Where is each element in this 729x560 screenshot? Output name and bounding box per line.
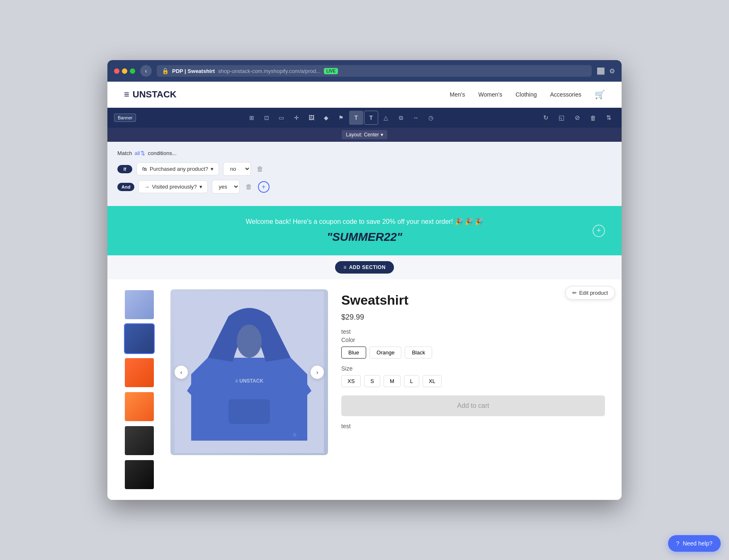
close-button[interactable]: [114, 68, 119, 74]
variant-label: test: [341, 328, 605, 335]
product-price: $29.99: [341, 313, 605, 322]
carousel-prev-btn[interactable]: ‹: [175, 366, 188, 379]
nav-accessories[interactable]: Accessories: [550, 91, 581, 98]
plus-icon: ≡: [343, 264, 347, 270]
size-s-btn[interactable]: S: [364, 375, 380, 387]
if-badge: If: [117, 165, 132, 173]
browser-chrome: ‹ 🔒 PDP | Sweatshirt shop-unstack-com.my…: [107, 60, 622, 82]
match-label: Match: [117, 150, 132, 156]
arrow-icon: →: [144, 184, 149, 190]
reorder-btn[interactable]: ⇅: [603, 112, 615, 124]
condition-field-1[interactable]: 🛍 Purchased any product? ▾: [136, 162, 219, 175]
product-page: ✏ Edit product: [107, 279, 622, 500]
conditions-match: Match all ⇅ conditions...: [117, 150, 612, 156]
add-condition-btn[interactable]: +: [258, 181, 270, 193]
product-main-image: ≡ UNSTACK © ‹ ›: [170, 289, 328, 455]
traffic-lights: [114, 68, 135, 74]
copy-btn[interactable]: ⧉: [394, 111, 408, 125]
condition-operator-1[interactable]: no yes: [223, 162, 251, 176]
pencil-icon: ✏: [572, 290, 577, 296]
paint-btn[interactable]: ◆: [319, 111, 333, 125]
add-section-btn[interactable]: ≡ ADD SECTION: [335, 261, 394, 274]
condition-operator-2[interactable]: yes no: [212, 180, 240, 194]
thumbnail-6[interactable]: [124, 459, 155, 490]
minimize-button[interactable]: [122, 68, 127, 74]
edit-product-label: Edit product: [579, 290, 608, 296]
layout-value: Center: [364, 132, 379, 138]
condition-field-2[interactable]: → Visited previously? ▾: [139, 180, 207, 193]
size-m-btn[interactable]: M: [384, 375, 401, 387]
bag-icon: 🛍: [142, 166, 147, 172]
thumbnail-2[interactable]: [124, 323, 155, 354]
color-blue-btn[interactable]: Blue: [341, 347, 366, 359]
url-bar: 🔒 PDP | Sweatshirt shop-unstack-com.mysh…: [157, 65, 592, 77]
toolbar-group: ⊞ ⊡ ▭ ✛ 🖼 ◆ ⚑ T T △ ⧉ ↔ ◷: [143, 111, 539, 125]
match-value: all: [134, 150, 140, 156]
carousel-next-btn[interactable]: ›: [311, 366, 324, 379]
match-all-link[interactable]: all ⇅: [134, 150, 145, 156]
page-title: PDP | Sweatshirt: [172, 68, 215, 74]
svg-point-1: [237, 325, 262, 358]
thumbnail-3[interactable]: [124, 357, 155, 388]
thumbnail-4[interactable]: [124, 391, 155, 422]
color-black-btn[interactable]: Black: [405, 347, 432, 359]
fullscreen-button[interactable]: [130, 68, 135, 74]
condition-row-1: If 🛍 Purchased any product? ▾ no yes 🗑: [117, 162, 612, 176]
condition-field-label-2: Visited previously?: [152, 184, 197, 190]
chevron-down-icon-1: ▾: [211, 166, 214, 172]
nav-womens[interactable]: Women's: [479, 91, 503, 98]
delete-btn[interactable]: 🗑: [587, 112, 599, 124]
settings-icon[interactable]: ⚙: [609, 67, 615, 75]
window-icon[interactable]: ⬜: [597, 67, 605, 75]
url-path: shop-unstack-com.myshopify.com/a/prod...: [218, 68, 321, 74]
flag-btn[interactable]: ⚑: [334, 111, 348, 125]
color-orange-btn[interactable]: Orange: [369, 347, 401, 359]
hide-btn[interactable]: ⊘: [571, 112, 583, 124]
text-bold-btn[interactable]: T: [364, 111, 378, 125]
thumbnail-5[interactable]: [124, 425, 155, 456]
view-btn[interactable]: ◱: [555, 112, 568, 124]
add-section-label: ADD SECTION: [349, 264, 386, 270]
triangle-btn[interactable]: △: [379, 111, 393, 125]
size-label: Size: [341, 365, 605, 372]
delete-condition-1[interactable]: 🗑: [255, 164, 265, 175]
logo-icon: ≡: [124, 89, 129, 100]
banner-add-btn[interactable]: +: [593, 225, 605, 237]
size-xl-btn[interactable]: XL: [423, 375, 442, 387]
select-btn[interactable]: ⊡: [260, 111, 274, 125]
layout-selector[interactable]: Layout: Center ▾: [342, 130, 387, 139]
browser-window: ‹ 🔒 PDP | Sweatshirt shop-unstack-com.my…: [107, 60, 622, 500]
grid-view-btn[interactable]: ⊞: [245, 111, 259, 125]
resize-btn[interactable]: ↔: [409, 111, 423, 125]
nav-mens[interactable]: Men's: [450, 91, 465, 98]
size-xs-btn[interactable]: XS: [341, 375, 361, 387]
clock-btn[interactable]: ◷: [424, 111, 438, 125]
image-btn[interactable]: 🖼: [304, 111, 318, 125]
cart-icon[interactable]: 🛒: [595, 90, 605, 99]
conditions-area: Match all ⇅ conditions... If 🛍 Purchased…: [107, 142, 622, 206]
product-layout: ≡ UNSTACK © ‹ › Sweatshirt $29.99 test C…: [124, 289, 605, 490]
text-btn[interactable]: T: [349, 111, 363, 125]
thumbnail-1[interactable]: [124, 289, 155, 320]
product-image-svg: ≡ UNSTACK ©: [175, 291, 324, 453]
move-btn[interactable]: ✛: [289, 111, 304, 125]
color-options: Blue Orange Black: [341, 347, 605, 359]
condition-row-2: And → Visited previously? ▾ yes no 🗑 +: [117, 180, 612, 194]
refresh-btn[interactable]: ↻: [539, 112, 552, 124]
frame-btn[interactable]: ▭: [275, 111, 289, 125]
store-nav: Men's Women's Clothing Accessories 🛒: [450, 90, 605, 99]
store-header: ≡ UNSTACK Men's Women's Clothing Accesso…: [107, 82, 622, 108]
toolbar-right: ↻ ◱ ⊘ 🗑 ⇅: [539, 112, 615, 124]
nav-clothing[interactable]: Clothing: [515, 91, 537, 98]
color-label: Color: [341, 337, 605, 343]
chevron-up-down-icon: ⇅: [141, 150, 145, 156]
layout-bar: Layout: Center ▾: [107, 128, 622, 142]
back-button[interactable]: ‹: [140, 65, 152, 77]
and-badge: And: [117, 183, 134, 191]
add-to-cart-btn[interactable]: Add to cart: [341, 395, 605, 416]
delete-condition-2[interactable]: 🗑: [244, 182, 254, 192]
size-l-btn[interactable]: L: [404, 375, 419, 387]
edit-product-btn[interactable]: ✏ Edit product: [565, 286, 615, 300]
svg-text:≡ UNSTACK: ≡ UNSTACK: [235, 378, 263, 384]
product-description: test: [341, 423, 605, 429]
